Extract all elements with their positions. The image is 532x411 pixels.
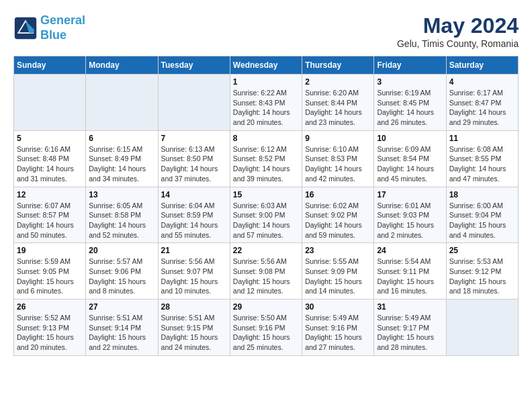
- day-info: Sunrise: 6:07 AM Sunset: 8:57 PM Dayligh…: [17, 201, 83, 240]
- day-info: Sunrise: 5:56 AM Sunset: 9:08 PM Dayligh…: [233, 257, 299, 296]
- calendar-cell: 6Sunrise: 6:15 AM Sunset: 8:49 PM Daylig…: [86, 130, 158, 187]
- calendar-week-3: 12Sunrise: 6:07 AM Sunset: 8:57 PM Dayli…: [14, 187, 519, 243]
- day-info: Sunrise: 6:01 AM Sunset: 9:03 PM Dayligh…: [377, 201, 443, 240]
- logo-icon: [13, 16, 38, 40]
- calendar-cell: 28Sunrise: 5:51 AM Sunset: 9:15 PM Dayli…: [158, 300, 230, 356]
- calendar-cell: 22Sunrise: 5:56 AM Sunset: 9:08 PM Dayli…: [230, 243, 302, 300]
- calendar-cell: 17Sunrise: 6:01 AM Sunset: 9:03 PM Dayli…: [374, 187, 446, 243]
- day-number: 13: [89, 190, 154, 199]
- month-title: May 2024: [397, 13, 519, 38]
- calendar-cell: 19Sunrise: 5:59 AM Sunset: 9:05 PM Dayli…: [14, 243, 86, 300]
- day-info: Sunrise: 6:10 AM Sunset: 8:53 PM Dayligh…: [305, 144, 371, 184]
- day-info: Sunrise: 6:19 AM Sunset: 8:45 PM Dayligh…: [377, 88, 443, 128]
- day-number: 9: [305, 134, 371, 143]
- day-info: Sunrise: 5:50 AM Sunset: 9:16 PM Dayligh…: [233, 313, 299, 353]
- calendar-cell: 26Sunrise: 5:52 AM Sunset: 9:13 PM Dayli…: [14, 300, 86, 356]
- day-number: 30: [305, 302, 371, 312]
- day-number: 20: [89, 246, 154, 255]
- day-number: 11: [449, 134, 515, 143]
- day-info: Sunrise: 6:13 AM Sunset: 8:50 PM Dayligh…: [161, 144, 227, 184]
- calendar-cell: 25Sunrise: 5:53 AM Sunset: 9:12 PM Dayli…: [446, 243, 518, 300]
- day-number: 21: [161, 246, 227, 255]
- calendar-cell: 2Sunrise: 6:20 AM Sunset: 8:44 PM Daylig…: [302, 75, 374, 131]
- day-info: Sunrise: 6:00 AM Sunset: 9:04 PM Dayligh…: [449, 201, 515, 240]
- calendar-cell: 29Sunrise: 5:50 AM Sunset: 9:16 PM Dayli…: [230, 300, 302, 356]
- day-number: 5: [17, 134, 83, 143]
- calendar-cell: 8Sunrise: 6:12 AM Sunset: 8:52 PM Daylig…: [230, 130, 302, 187]
- title-block: May 2024 Gelu, Timis County, Romania: [397, 13, 519, 49]
- logo-text: GeneralBlue: [40, 13, 85, 42]
- calendar-cell: 12Sunrise: 6:07 AM Sunset: 8:57 PM Dayli…: [14, 187, 86, 243]
- calendar-cell: 5Sunrise: 6:16 AM Sunset: 8:48 PM Daylig…: [14, 130, 86, 187]
- day-number: 3: [377, 77, 443, 87]
- day-info: Sunrise: 6:12 AM Sunset: 8:52 PM Dayligh…: [233, 144, 299, 184]
- calendar-week-1: 1Sunrise: 6:22 AM Sunset: 8:43 PM Daylig…: [14, 75, 519, 131]
- calendar-cell: 24Sunrise: 5:54 AM Sunset: 9:11 PM Dayli…: [374, 243, 446, 300]
- weekday-header-monday: Monday: [86, 56, 158, 75]
- day-info: Sunrise: 6:22 AM Sunset: 8:43 PM Dayligh…: [233, 88, 299, 128]
- calendar-cell: 9Sunrise: 6:10 AM Sunset: 8:53 PM Daylig…: [302, 130, 374, 187]
- day-info: Sunrise: 6:15 AM Sunset: 8:49 PM Dayligh…: [89, 144, 154, 184]
- day-info: Sunrise: 6:02 AM Sunset: 9:02 PM Dayligh…: [305, 201, 371, 240]
- day-info: Sunrise: 6:04 AM Sunset: 8:59 PM Dayligh…: [161, 201, 227, 240]
- calendar-cell: 1Sunrise: 6:22 AM Sunset: 8:43 PM Daylig…: [230, 75, 302, 131]
- calendar-week-2: 5Sunrise: 6:16 AM Sunset: 8:48 PM Daylig…: [14, 130, 519, 187]
- day-number: 10: [377, 134, 443, 143]
- day-number: 29: [233, 302, 299, 312]
- calendar-cell: 7Sunrise: 6:13 AM Sunset: 8:50 PM Daylig…: [158, 130, 230, 187]
- day-number: 14: [161, 190, 227, 199]
- logo: GeneralBlue: [13, 13, 85, 42]
- day-number: 26: [17, 302, 83, 312]
- day-info: Sunrise: 6:17 AM Sunset: 8:47 PM Dayligh…: [449, 88, 515, 128]
- day-info: Sunrise: 5:57 AM Sunset: 9:06 PM Dayligh…: [89, 257, 154, 296]
- day-number: 25: [449, 246, 515, 255]
- day-info: Sunrise: 5:49 AM Sunset: 9:17 PM Dayligh…: [377, 313, 443, 353]
- day-info: Sunrise: 5:49 AM Sunset: 9:16 PM Dayligh…: [305, 313, 371, 353]
- day-number: 16: [305, 190, 371, 199]
- day-number: 22: [233, 246, 299, 255]
- calendar-cell: 10Sunrise: 6:09 AM Sunset: 8:54 PM Dayli…: [374, 130, 446, 187]
- calendar-cell: 15Sunrise: 6:03 AM Sunset: 9:00 PM Dayli…: [230, 187, 302, 243]
- day-number: 12: [17, 190, 83, 199]
- day-number: 2: [305, 77, 371, 87]
- day-info: Sunrise: 5:54 AM Sunset: 9:11 PM Dayligh…: [377, 257, 443, 296]
- location-subtitle: Gelu, Timis County, Romania: [397, 38, 519, 49]
- day-info: Sunrise: 5:55 AM Sunset: 9:09 PM Dayligh…: [305, 257, 371, 296]
- day-number: 27: [89, 302, 154, 312]
- weekday-header-wednesday: Wednesday: [230, 56, 302, 75]
- weekday-header-sunday: Sunday: [14, 56, 86, 75]
- calendar-cell: 4Sunrise: 6:17 AM Sunset: 8:47 PM Daylig…: [446, 75, 518, 131]
- calendar-cell: 30Sunrise: 5:49 AM Sunset: 9:16 PM Dayli…: [302, 300, 374, 356]
- page-header: GeneralBlue May 2024 Gelu, Timis County,…: [13, 13, 519, 49]
- day-info: Sunrise: 6:03 AM Sunset: 9:00 PM Dayligh…: [233, 201, 299, 240]
- day-info: Sunrise: 6:16 AM Sunset: 8:48 PM Dayligh…: [17, 144, 83, 184]
- day-info: Sunrise: 6:08 AM Sunset: 8:55 PM Dayligh…: [449, 144, 515, 184]
- day-info: Sunrise: 5:51 AM Sunset: 9:15 PM Dayligh…: [161, 313, 227, 353]
- calendar-cell: 13Sunrise: 6:05 AM Sunset: 8:58 PM Dayli…: [86, 187, 158, 243]
- calendar-cell: [446, 300, 518, 356]
- day-number: 18: [449, 190, 515, 199]
- day-info: Sunrise: 5:52 AM Sunset: 9:13 PM Dayligh…: [17, 313, 83, 353]
- calendar-cell: 23Sunrise: 5:55 AM Sunset: 9:09 PM Dayli…: [302, 243, 374, 300]
- calendar-cell: 14Sunrise: 6:04 AM Sunset: 8:59 PM Dayli…: [158, 187, 230, 243]
- day-number: 4: [449, 77, 515, 87]
- day-info: Sunrise: 6:09 AM Sunset: 8:54 PM Dayligh…: [377, 144, 443, 184]
- weekday-header-saturday: Saturday: [446, 56, 518, 75]
- weekday-header-thursday: Thursday: [302, 56, 374, 75]
- weekday-header-tuesday: Tuesday: [158, 56, 230, 75]
- day-info: Sunrise: 6:05 AM Sunset: 8:58 PM Dayligh…: [89, 201, 154, 240]
- calendar-cell: 3Sunrise: 6:19 AM Sunset: 8:45 PM Daylig…: [374, 75, 446, 131]
- day-info: Sunrise: 5:59 AM Sunset: 9:05 PM Dayligh…: [17, 257, 83, 296]
- day-number: 8: [233, 134, 299, 143]
- calendar-cell: [14, 75, 86, 131]
- calendar-cell: 31Sunrise: 5:49 AM Sunset: 9:17 PM Dayli…: [374, 300, 446, 356]
- calendar-cell: 20Sunrise: 5:57 AM Sunset: 9:06 PM Dayli…: [86, 243, 158, 300]
- calendar-week-5: 26Sunrise: 5:52 AM Sunset: 9:13 PM Dayli…: [14, 300, 519, 356]
- day-number: 24: [377, 246, 443, 255]
- day-number: 15: [233, 190, 299, 199]
- calendar-table: SundayMondayTuesdayWednesdayThursdayFrid…: [13, 56, 519, 356]
- day-number: 1: [233, 77, 299, 87]
- calendar-week-4: 19Sunrise: 5:59 AM Sunset: 9:05 PM Dayli…: [14, 243, 519, 300]
- day-number: 28: [161, 302, 227, 312]
- weekday-header-friday: Friday: [374, 56, 446, 75]
